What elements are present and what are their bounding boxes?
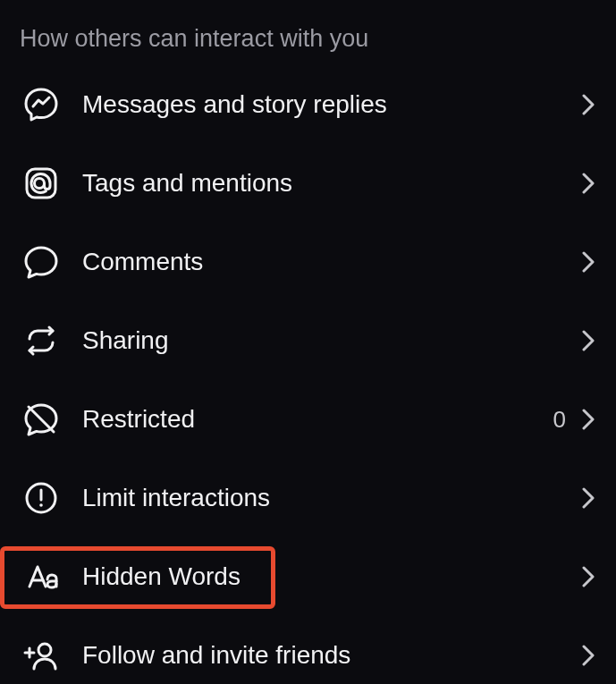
messenger-icon [20,83,63,126]
item-label: Restricted [82,405,553,434]
chevron-right-icon [580,171,596,196]
limit-icon [20,477,63,519]
item-label: Comments [82,248,580,276]
item-label: Hidden Words [82,562,580,591]
comment-icon [20,241,63,283]
item-label: Limit interactions [82,484,580,512]
svg-line-2 [29,407,54,432]
item-limit-interactions[interactable]: Limit interactions [0,459,616,537]
share-icon [20,319,63,362]
hidden-words-icon [20,555,63,598]
item-follow-invite[interactable]: Follow and invite friends [0,616,616,684]
item-comments[interactable]: Comments [0,223,616,301]
chevron-right-icon [580,92,596,117]
item-label: Follow and invite friends [82,641,580,670]
settings-list: Messages and story replies Tags and ment… [0,65,616,684]
chevron-right-icon [580,249,596,274]
svg-point-5 [39,503,43,507]
item-restricted[interactable]: Restricted 0 [0,380,616,459]
at-icon [20,162,63,205]
item-hidden-words[interactable]: Hidden Words [0,537,616,616]
chevron-right-icon [580,643,596,668]
follow-invite-icon [20,634,63,677]
chevron-right-icon [580,564,596,589]
item-value: 0 [553,406,566,434]
chevron-right-icon [580,486,596,511]
section-header: How others can interact with you [0,0,616,65]
item-label: Sharing [82,326,580,355]
chevron-right-icon [580,328,596,353]
item-label: Tags and mentions [82,169,580,198]
item-label: Messages and story replies [82,90,580,119]
svg-point-7 [38,644,51,656]
item-sharing[interactable]: Sharing [0,301,616,380]
svg-point-1 [35,179,45,189]
item-tags-mentions[interactable]: Tags and mentions [0,144,616,223]
chevron-right-icon [580,407,596,432]
restricted-icon [20,398,63,441]
item-messages-story-replies[interactable]: Messages and story replies [0,65,616,144]
